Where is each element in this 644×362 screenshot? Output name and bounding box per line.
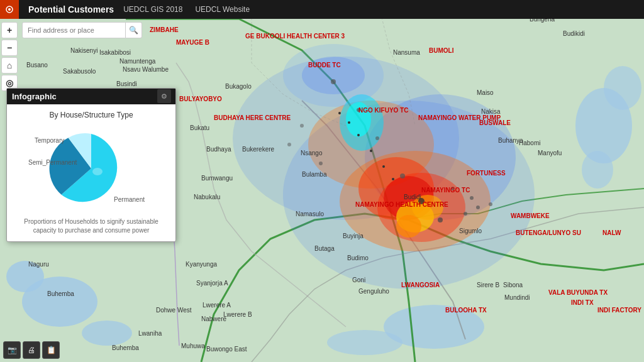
- zoom-in-button[interactable]: +: [1, 22, 18, 38]
- app-logo: [0, 0, 19, 19]
- bottom-toolbar: 📷 🖨 📋: [3, 341, 60, 359]
- svg-point-46: [489, 202, 492, 206]
- nav-links: UEDCL GIS 2018 UEDCL Website: [123, 5, 250, 14]
- pie-chart: Temporary Semi_Permanent Permanent: [44, 128, 138, 209]
- svg-point-8: [604, 66, 641, 110]
- svg-point-40: [370, 150, 372, 152]
- svg-point-42: [392, 178, 394, 180]
- svg-point-34: [300, 124, 304, 128]
- nav-link-gis[interactable]: UEDCL GIS 2018: [123, 5, 182, 14]
- svg-point-28: [357, 108, 360, 112]
- svg-point-27: [331, 79, 336, 84]
- search-button[interactable]: 🔍: [126, 22, 142, 38]
- infographic-title: Infographic: [12, 92, 57, 101]
- svg-point-9: [582, 151, 613, 189]
- zoom-out-button[interactable]: −: [1, 40, 18, 56]
- svg-point-38: [348, 121, 350, 124]
- svg-point-5: [6, 261, 44, 292]
- left-toolbar: + − ⌂ ◎: [0, 19, 19, 91]
- infographic-description: Proportions of Households to signify sus…: [13, 217, 169, 235]
- svg-point-36: [319, 162, 323, 165]
- svg-point-6: [82, 321, 132, 346]
- nav-link-website[interactable]: UEDCL Website: [195, 5, 250, 14]
- home-button[interactable]: ⌂: [1, 57, 18, 74]
- svg-point-44: [476, 206, 480, 209]
- label-temporary: Temporary: [35, 137, 64, 144]
- svg-point-47: [92, 168, 103, 175]
- svg-point-11: [327, 330, 402, 355]
- topbar: Potential Customers UEDCL GIS 2018 UEDCL…: [0, 0, 644, 19]
- svg-point-29: [375, 136, 379, 140]
- svg-point-31: [418, 198, 425, 204]
- infographic-header: Infographic ✕: [7, 89, 175, 104]
- svg-point-41: [382, 165, 385, 168]
- svg-point-45: [464, 212, 467, 216]
- svg-point-39: [357, 134, 360, 136]
- label-permanent: Permanent: [114, 196, 145, 203]
- svg-point-26: [302, 57, 365, 94]
- chart-container: Temporary Semi_Permanent Permanent: [13, 124, 169, 212]
- print-button[interactable]: 🖨: [23, 341, 40, 359]
- share-button[interactable]: 📋: [42, 341, 60, 359]
- svg-point-35: [287, 143, 291, 146]
- infographic-settings-button[interactable]: ⚙: [157, 89, 171, 103]
- screenshot-button[interactable]: 📷: [3, 341, 21, 359]
- chart-title: By House/Structure Type: [13, 111, 169, 119]
- svg-point-22: [396, 215, 421, 238]
- svg-point-24: [346, 102, 371, 137]
- svg-point-32: [438, 217, 443, 222]
- svg-point-30: [400, 173, 405, 178]
- search-input[interactable]: [22, 22, 126, 38]
- app-title: Potential Customers: [19, 4, 123, 14]
- svg-point-37: [338, 112, 341, 114]
- search-bar: 🔍: [22, 22, 142, 38]
- svg-point-43: [470, 196, 474, 200]
- infographic-panel: Infographic ✕ By House/Structure Type: [6, 88, 176, 242]
- svg-point-33: [451, 187, 455, 190]
- label-semi-permanent: Semi_Permanent: [28, 159, 77, 166]
- svg-point-21: [412, 195, 443, 220]
- infographic-body: By House/Structure Type: [7, 104, 175, 241]
- svg-point-2: [8, 8, 11, 11]
